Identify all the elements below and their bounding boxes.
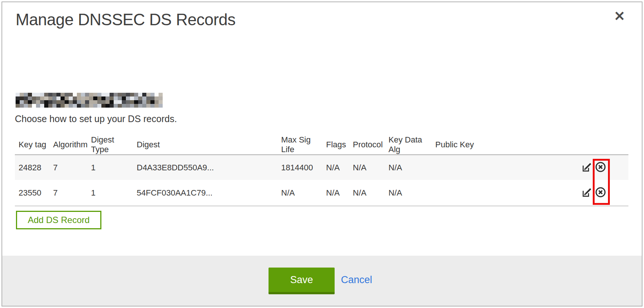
table-cell: 1 (87, 155, 133, 180)
table-cell: N/A (322, 180, 349, 206)
table-header-row: Key tagAlgorithmDigest TypeDigestMax Sig… (15, 135, 628, 155)
column-header: Protocol (349, 135, 385, 155)
close-button[interactable]: ✕ (611, 7, 628, 25)
delete-record-button[interactable] (595, 187, 606, 199)
circle-x-delete-icon (595, 187, 606, 199)
table-cell: N/A (277, 180, 322, 206)
delete-record-button[interactable] (595, 162, 606, 173)
table-cell: 54FCF030AA1C79... (133, 180, 277, 206)
edit-pencil-icon (581, 187, 592, 199)
table-cell: N/A (349, 155, 385, 180)
table-cell: N/A (349, 180, 385, 206)
edit-record-button[interactable] (581, 187, 592, 199)
row-actions-cell (558, 180, 628, 206)
ds-record-row: 235507154FCF030AA1C79...N/AN/AN/AN/A (15, 180, 628, 206)
save-button[interactable]: Save (269, 268, 335, 294)
row-actions-cell (558, 155, 628, 180)
redacted-domain-name (16, 93, 163, 108)
table-cell: 24828 (15, 155, 49, 180)
page-title: Manage DNSSEC DS Records (16, 10, 235, 29)
table-cell (432, 155, 558, 180)
table-cell: N/A (322, 155, 349, 180)
column-header: Max Sig Life (277, 135, 322, 155)
column-header: Key Data Alg (385, 135, 432, 155)
screenshot-frame: Manage DNSSEC DS Records ✕ Choose how to… (0, 0, 644, 308)
column-header: Digest (133, 135, 277, 155)
ds-record-row: 2482871D4A33E8DD550A9...1814400N/AN/AN/A (15, 155, 628, 180)
column-header: Digest Type (87, 135, 133, 155)
column-header: Algorithm (49, 135, 87, 155)
edit-pencil-icon (581, 162, 592, 174)
modal-footer: Save Cancel (2, 256, 642, 306)
table-cell: 23550 (15, 180, 49, 206)
table-cell: N/A (385, 155, 432, 180)
add-ds-record-button[interactable]: Add DS Record (16, 211, 101, 229)
cancel-link[interactable]: Cancel (341, 274, 372, 286)
table-cell (432, 180, 558, 206)
table-cell: 1814400 (277, 155, 322, 180)
table-cell: D4A33E8DD550A9... (133, 155, 277, 180)
table-cell: 7 (49, 180, 87, 206)
circle-x-delete-icon (595, 161, 606, 174)
table-cell: 1 (87, 180, 133, 206)
ds-records-table: Key tagAlgorithmDigest TypeDigestMax Sig… (15, 135, 628, 206)
edit-record-button[interactable] (581, 162, 592, 173)
table-cell: 7 (49, 155, 87, 180)
close-icon: ✕ (614, 9, 625, 24)
column-header: Public Key (432, 135, 558, 155)
table-cell: N/A (385, 180, 432, 206)
column-header: Flags (322, 135, 349, 155)
column-header: Key tag (15, 135, 49, 155)
column-header-actions (558, 135, 628, 155)
table-body: 2482871D4A33E8DD550A9...1814400N/AN/AN/A… (15, 155, 628, 206)
instruction-text: Choose how to set up your DS records. (15, 114, 177, 124)
manage-dnssec-modal: Manage DNSSEC DS Records ✕ Choose how to… (1, 1, 643, 307)
